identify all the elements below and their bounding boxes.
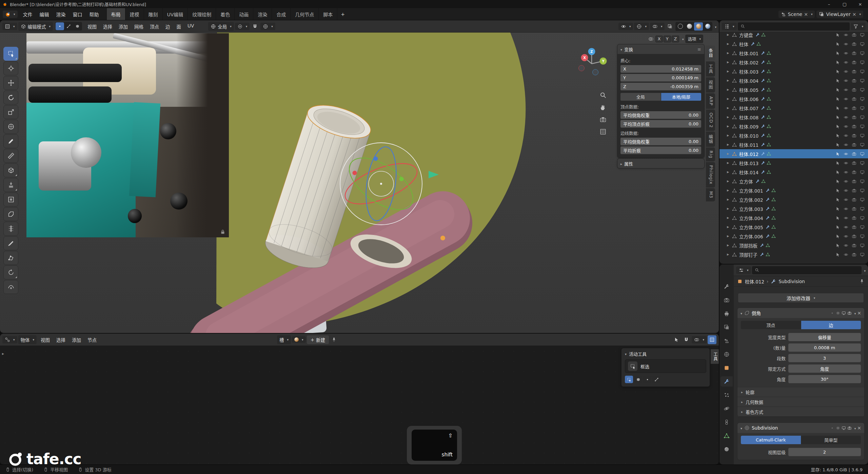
slot-selector[interactable]: 槽 bbox=[277, 335, 291, 344]
n-panel-tab[interactable]: 工具 bbox=[706, 61, 715, 77]
shader-snap-toggle[interactable] bbox=[682, 335, 691, 344]
toolbar-tool-button[interactable] bbox=[3, 76, 18, 90]
shading-material-button[interactable] bbox=[694, 22, 703, 31]
n-panel-tab[interactable]: OCD 2 bbox=[706, 110, 715, 131]
hide-viewport-toggle-icon[interactable] bbox=[844, 152, 848, 156]
hide-viewport-toggle-icon[interactable] bbox=[844, 60, 848, 65]
disable-viewports-toggle-icon[interactable] bbox=[860, 243, 865, 248]
outliner-item[interactable]: 立方体.001 bbox=[719, 186, 868, 195]
panel-menu-icon[interactable]: ≡ bbox=[697, 47, 701, 52]
expand-arrow-icon[interactable] bbox=[727, 33, 731, 36]
expand-arrow-icon[interactable] bbox=[727, 134, 731, 137]
shader-type-selector[interactable]: 物体 bbox=[18, 335, 37, 344]
object-name[interactable]: 立方体.004 bbox=[739, 215, 763, 221]
disable-viewports-toggle-icon[interactable] bbox=[860, 252, 865, 257]
disable-render-toggle-icon[interactable] bbox=[852, 87, 856, 92]
selectable-toggle-icon[interactable] bbox=[835, 60, 840, 65]
shader-menu-item[interactable]: 选择 bbox=[53, 335, 68, 344]
viewport-menu-item[interactable]: 添加 bbox=[116, 22, 131, 31]
disable-viewports-toggle-icon[interactable] bbox=[860, 170, 865, 175]
collapse-icon[interactable] bbox=[741, 310, 742, 316]
minimize-button[interactable] bbox=[821, 0, 837, 8]
viewport-menu-item[interactable]: 面 bbox=[174, 22, 184, 31]
hide-viewport-toggle-icon[interactable] bbox=[844, 142, 848, 147]
selectable-toggle-icon[interactable] bbox=[835, 179, 840, 184]
expand-arrow-icon[interactable] bbox=[727, 216, 731, 219]
hide-viewport-toggle-icon[interactable] bbox=[844, 133, 848, 138]
disable-render-toggle-icon[interactable] bbox=[852, 197, 856, 202]
scene-unlink-icon[interactable] bbox=[804, 12, 808, 17]
disable-render-toggle-icon[interactable] bbox=[852, 33, 856, 37]
selected-vertex[interactable] bbox=[440, 236, 445, 240]
expand-arrow-icon[interactable] bbox=[727, 225, 731, 229]
shading-solid-button[interactable] bbox=[685, 22, 694, 31]
selectable-toggle-icon[interactable] bbox=[835, 78, 840, 83]
outliner-item[interactable]: 立方体.006 bbox=[719, 232, 868, 241]
disable-viewports-toggle-icon[interactable] bbox=[860, 124, 865, 129]
properties-tab[interactable] bbox=[721, 309, 733, 319]
subdivision-type-tab[interactable]: Catmull-Clark bbox=[741, 436, 801, 444]
outliner-item[interactable]: 立方体.002 bbox=[719, 195, 868, 204]
disable-viewports-toggle-icon[interactable] bbox=[860, 69, 865, 74]
collapse-icon[interactable] bbox=[625, 351, 627, 356]
hide-viewport-toggle-icon[interactable] bbox=[844, 179, 848, 184]
toolbar-tool-button[interactable] bbox=[3, 251, 18, 265]
expand-arrow-icon[interactable] bbox=[727, 42, 731, 45]
object-name[interactable]: 柱体.002 bbox=[739, 59, 758, 66]
outliner-item[interactable]: 立方体.003 bbox=[719, 204, 868, 213]
properties-tab[interactable] bbox=[721, 349, 733, 359]
on-cage-toggle-icon[interactable] bbox=[830, 426, 834, 430]
collapse-icon[interactable] bbox=[620, 47, 622, 52]
disable-render-toggle-icon[interactable] bbox=[852, 179, 856, 184]
hide-viewport-toggle-icon[interactable] bbox=[844, 106, 848, 111]
disable-viewports-toggle-icon[interactable] bbox=[860, 133, 865, 138]
outliner-item[interactable]: 柱体.004 bbox=[719, 76, 868, 85]
selectable-toggle-icon[interactable] bbox=[835, 69, 840, 74]
properties-tab[interactable] bbox=[721, 295, 733, 305]
disable-render-toggle-icon[interactable] bbox=[852, 252, 856, 257]
hide-viewport-toggle-icon[interactable] bbox=[844, 97, 848, 101]
outliner-item[interactable]: 顶部挡板 bbox=[719, 241, 868, 250]
viewport-menu-item[interactable]: 视图 bbox=[84, 22, 100, 31]
axis-neg-x-ball[interactable] bbox=[579, 65, 585, 71]
workspace-tab[interactable]: 几何节点 bbox=[291, 8, 319, 20]
toolbar-tool-button[interactable] bbox=[3, 105, 18, 119]
properties-tab[interactable] bbox=[721, 431, 733, 441]
close-button[interactable] bbox=[852, 0, 868, 8]
object-name[interactable]: 柱体.004 bbox=[739, 77, 758, 84]
toolbar-tool-button[interactable] bbox=[3, 178, 18, 192]
outliner-item[interactable]: 柱体.012 bbox=[719, 149, 868, 158]
property-value-field[interactable]: 0.0008 m bbox=[788, 343, 861, 352]
disable-viewports-toggle-icon[interactable] bbox=[860, 115, 865, 120]
disable-viewports-toggle-icon[interactable] bbox=[860, 60, 865, 65]
expand-arrow-icon[interactable] bbox=[727, 189, 731, 192]
disable-render-toggle-icon[interactable] bbox=[852, 51, 856, 56]
outliner-item[interactable]: 柱体.008 bbox=[719, 113, 868, 122]
object-name[interactable]: 柱体.003 bbox=[739, 68, 758, 75]
object-name[interactable]: 立方体.001 bbox=[739, 187, 763, 194]
selectable-toggle-icon[interactable] bbox=[835, 152, 840, 156]
bevel-affect-tab[interactable]: 顶点 bbox=[741, 321, 801, 329]
object-name[interactable]: 立方体 bbox=[739, 178, 753, 185]
outliner-item[interactable]: 柱体.001 bbox=[719, 48, 868, 58]
hide-viewport-toggle-icon[interactable] bbox=[844, 87, 848, 92]
disable-viewports-toggle-icon[interactable] bbox=[860, 97, 865, 101]
transform-options-dropdown[interactable]: 选项 bbox=[685, 35, 703, 43]
selectable-toggle-icon[interactable] bbox=[835, 42, 840, 46]
menubar-menu[interactable]: 帮助 bbox=[86, 9, 102, 19]
pan-hand-icon[interactable] bbox=[599, 104, 607, 111]
expand-arrow-icon[interactable] bbox=[727, 198, 731, 201]
pivot-point-selector[interactable] bbox=[235, 23, 250, 30]
on-cage-toggle-icon[interactable] bbox=[830, 311, 834, 315]
selectable-toggle-icon[interactable] bbox=[835, 206, 840, 211]
hide-viewport-toggle-icon[interactable] bbox=[844, 252, 848, 257]
expand-arrow-icon[interactable] bbox=[727, 97, 731, 100]
toolbar-tool-button[interactable] bbox=[3, 236, 18, 250]
disable-render-toggle-icon[interactable] bbox=[852, 115, 856, 120]
edge-data-field[interactable]: 平均倒角权重0.00 bbox=[620, 138, 701, 145]
disable-render-toggle-icon[interactable] bbox=[852, 170, 856, 175]
property-value-field[interactable]: 2 bbox=[788, 448, 861, 456]
ortho-grid-icon[interactable] bbox=[599, 128, 607, 135]
toolbar-tool-button[interactable] bbox=[3, 91, 18, 104]
selectable-toggle-icon[interactable] bbox=[835, 33, 840, 37]
